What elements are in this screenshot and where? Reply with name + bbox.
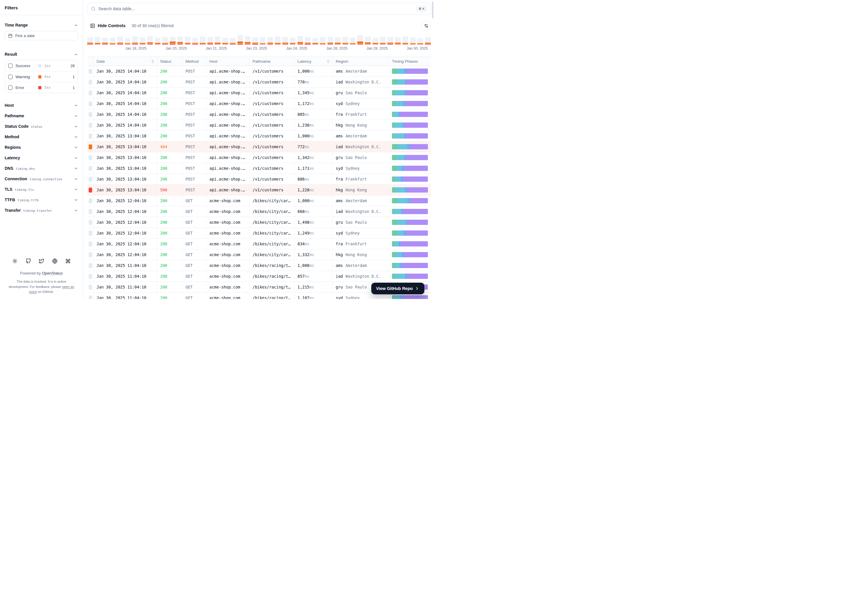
- table-row[interactable]: Jan 30, 2025 12:04:10200GETacme-shop.com…: [87, 239, 431, 250]
- histogram-bar[interactable]: [177, 36, 183, 45]
- sidebar-item-transfer[interactable]: Transfertiming.transfer: [0, 205, 83, 215]
- histogram-bar[interactable]: [95, 37, 101, 45]
- table-row[interactable]: Jan 30, 2025 12:04:10200GETacme-shop.com…: [87, 250, 431, 260]
- sidebar-item-ttfb[interactable]: TTFBtiming.ttfb: [0, 194, 83, 205]
- sort-icon[interactable]: [326, 60, 330, 63]
- histogram-bar[interactable]: [312, 38, 318, 45]
- histogram-bar[interactable]: [185, 37, 191, 45]
- histogram-bar[interactable]: [147, 36, 153, 45]
- histogram-bar[interactable]: [170, 37, 176, 45]
- histogram-bar[interactable]: [290, 37, 296, 45]
- globe-icon[interactable]: [52, 258, 58, 264]
- table-row[interactable]: Jan 30, 2025 12:04:10200GETacme-shop.com…: [87, 206, 431, 217]
- github-icon[interactable]: [25, 258, 31, 264]
- histogram-bar[interactable]: [117, 36, 123, 45]
- histogram-bar[interactable]: [155, 37, 161, 45]
- histogram-bar[interactable]: [208, 37, 213, 45]
- sidebar-item-method[interactable]: Method: [0, 132, 83, 142]
- sidebar-item-connection[interactable]: Connectiontiming.connection: [0, 173, 83, 184]
- histogram-bar[interactable]: [110, 37, 115, 45]
- histogram-bar[interactable]: [357, 35, 363, 45]
- section-time-range[interactable]: Time Range: [0, 20, 83, 30]
- histogram-bar[interactable]: [267, 37, 273, 45]
- view-settings-button[interactable]: [421, 21, 431, 30]
- hide-controls-button[interactable]: Hide Controls: [90, 23, 125, 28]
- table-row[interactable]: Jan 30, 2025 13:04:10500POSTapi.acme-sho…: [87, 185, 431, 196]
- table-row[interactable]: Jan 30, 2025 13:04:10200POSTapi.acme-sho…: [87, 131, 431, 142]
- sidebar-item-latency[interactable]: Latency: [0, 152, 83, 163]
- table-row[interactable]: Jan 30, 2025 13:04:10200POSTapi.acme-sho…: [87, 174, 431, 185]
- sidebar-item-dns[interactable]: DNStiming.dns: [0, 163, 83, 173]
- histogram-bar[interactable]: [320, 37, 326, 45]
- histogram-bar[interactable]: [425, 37, 431, 45]
- histogram-bar[interactable]: [215, 36, 221, 45]
- histogram-bar[interactable]: [222, 37, 228, 45]
- sidebar-item-host[interactable]: Host: [0, 100, 83, 111]
- histogram-bar[interactable]: [238, 35, 243, 45]
- sidebar-item-status-code[interactable]: Status Codestatus: [0, 121, 83, 132]
- histogram-bar[interactable]: [275, 36, 281, 45]
- table-row[interactable]: Jan 30, 2025 14:04:10200POSTapi.acme-sho…: [87, 120, 431, 131]
- histogram-bar[interactable]: [282, 37, 288, 45]
- page-scrollbar-thumb[interactable]: [432, 1, 433, 18]
- table-row[interactable]: Jan 30, 2025 13:04:10200POSTapi.acme-sho…: [87, 152, 431, 163]
- table-row[interactable]: Jan 30, 2025 12:04:10200GETacme-shop.com…: [87, 228, 431, 239]
- sun-icon[interactable]: [12, 258, 18, 264]
- histogram-bar[interactable]: [162, 37, 168, 45]
- column-header-date[interactable]: Date: [94, 57, 157, 66]
- histogram-bar[interactable]: [230, 38, 236, 45]
- histogram-bar[interactable]: [305, 37, 311, 45]
- histogram-bar[interactable]: [372, 38, 378, 45]
- sort-icon[interactable]: [151, 60, 155, 63]
- search-input[interactable]: [98, 6, 414, 11]
- histogram-bar[interactable]: [87, 37, 93, 45]
- histogram-bar[interactable]: [297, 36, 303, 45]
- date-picker-button[interactable]: Pick a date: [4, 31, 78, 40]
- result-option-success[interactable]: Success2xx28: [5, 60, 78, 71]
- table-row[interactable]: Jan 30, 2025 14:04:10200POSTapi.acme-sho…: [87, 98, 431, 109]
- table-row[interactable]: Jan 30, 2025 14:04:10200POSTapi.acme-sho…: [87, 109, 431, 120]
- table-row[interactable]: Jan 30, 2025 14:04:10200POSTapi.acme-sho…: [87, 77, 431, 88]
- column-header-latency[interactable]: Latency: [294, 57, 333, 66]
- table-row[interactable]: Jan 30, 2025 12:04:10200GETacme-shop.com…: [87, 217, 431, 228]
- result-option-warning[interactable]: Warning4xx1: [5, 71, 78, 82]
- histogram-bar[interactable]: [395, 37, 401, 45]
- section-result[interactable]: Result: [0, 49, 83, 60]
- histogram-bar[interactable]: [335, 37, 341, 45]
- histogram-bar[interactable]: [140, 37, 146, 45]
- openstatus-link[interactable]: OpenStatus: [42, 271, 63, 275]
- table-row[interactable]: Jan 30, 2025 12:04:10200GETacme-shop.com…: [87, 196, 431, 206]
- histogram-bar[interactable]: [192, 37, 198, 45]
- histogram-bar[interactable]: [245, 36, 251, 45]
- histogram-bar[interactable]: [417, 38, 423, 45]
- histogram-bar[interactable]: [125, 38, 131, 45]
- command-icon[interactable]: [65, 258, 71, 264]
- table-row[interactable]: Jan 30, 2025 14:04:10200POSTapi.acme-sho…: [87, 66, 431, 77]
- histogram-bar[interactable]: [200, 36, 206, 45]
- sidebar-item-pathname[interactable]: Pathname: [0, 111, 83, 121]
- sidebar-item-regions[interactable]: Regions: [0, 142, 83, 152]
- table-row[interactable]: Jan 30, 2025 11:04:10200GETacme-shop.com…: [87, 260, 431, 271]
- histogram-bar[interactable]: [350, 37, 356, 45]
- twitter-icon[interactable]: [39, 258, 44, 264]
- table-row[interactable]: Jan 30, 2025 11:04:10200GETacme-shop.com…: [87, 271, 431, 282]
- histogram-bar[interactable]: [327, 37, 333, 45]
- checkbox[interactable]: [8, 64, 12, 68]
- table-row[interactable]: Jan 30, 2025 13:04:10200POSTapi.acme-sho…: [87, 163, 431, 174]
- histogram-bar[interactable]: [260, 37, 266, 45]
- histogram-bar[interactable]: [380, 37, 386, 45]
- checkbox[interactable]: [8, 85, 12, 90]
- checkbox[interactable]: [8, 75, 12, 79]
- histogram-bar[interactable]: [102, 37, 108, 45]
- table-row[interactable]: Jan 30, 2025 14:04:10200POSTapi.acme-sho…: [87, 88, 431, 98]
- histogram-bar[interactable]: [410, 37, 416, 45]
- table-row[interactable]: Jan 30, 2025 13:04:10404POSTapi.acme-sho…: [87, 142, 431, 152]
- view-github-repo-button[interactable]: View GitHub Repo: [371, 283, 424, 295]
- sidebar-item-tls[interactable]: TLStiming.tls: [0, 184, 83, 194]
- histogram-bar[interactable]: [342, 37, 348, 45]
- result-option-error[interactable]: Error5xx1: [5, 82, 78, 93]
- histogram-bar[interactable]: [252, 37, 258, 45]
- histogram-bar[interactable]: [387, 37, 393, 45]
- histogram-bar[interactable]: [402, 36, 408, 45]
- histogram-bar[interactable]: [132, 36, 138, 45]
